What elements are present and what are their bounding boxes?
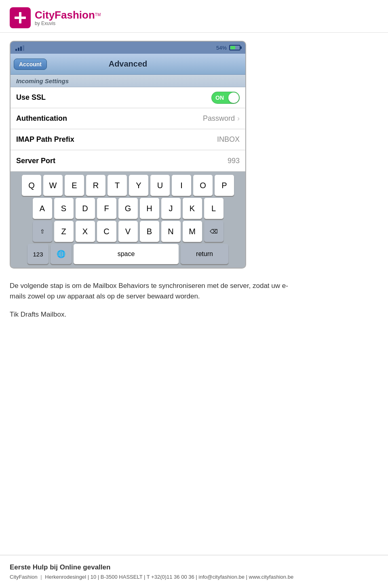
signal-bar-2 (18, 48, 19, 51)
settings-list: Use SSL ON Authentication Password › IMA… (11, 87, 245, 172)
footer-info: CityFashion | Herkenrodesingel | 10 | B-… (10, 574, 378, 580)
page-footer: Eerste Hulp bij Online gevallen CityFash… (0, 555, 388, 588)
battery-fill (230, 46, 235, 49)
use-ssl-label: Use SSL (16, 93, 46, 102)
toggle-knob (228, 92, 239, 103)
key-y[interactable]: Y (129, 175, 148, 196)
logo-text: CityFashionTM by Exuvis (35, 9, 101, 27)
keyboard-row-3: ⇧ Z X C V B N M ⌫ (12, 221, 244, 242)
authentication-value-text: Password (203, 114, 235, 123)
key-l[interactable]: L (204, 198, 224, 219)
key-s[interactable]: S (54, 198, 74, 219)
key-b[interactable]: B (140, 221, 159, 242)
nav-bar: Account Advanced (11, 54, 245, 75)
signal-bar-1 (15, 49, 17, 51)
toggle-on-label: ON (215, 94, 224, 101)
globe-key[interactable]: 🌐 (51, 244, 72, 264)
key-i[interactable]: I (172, 175, 191, 196)
footer-separator: | (40, 574, 42, 580)
authentication-value: Password › (203, 114, 240, 123)
key-g[interactable]: G (118, 198, 138, 219)
key-u[interactable]: U (150, 175, 170, 196)
key-z[interactable]: Z (54, 221, 74, 242)
footer-address: Herkenrodesingel | 10 | B-3500 HASSELT |… (45, 574, 293, 580)
key-t[interactable]: T (108, 175, 127, 196)
key-f[interactable]: F (97, 198, 116, 219)
imap-prefix-value: INBOX (217, 135, 240, 144)
key-k[interactable]: K (183, 198, 202, 219)
key-d[interactable]: D (76, 198, 95, 219)
shift-key[interactable]: ⇧ (33, 221, 52, 242)
table-row[interactable]: Use SSL ON (11, 87, 245, 108)
key-h[interactable]: H (140, 198, 159, 219)
drafts-text: Tik Drafts Mailbox. (10, 309, 66, 320)
nav-title: Advanced (109, 59, 148, 69)
return-key[interactable]: return (181, 244, 228, 264)
status-bar: 54% (11, 42, 245, 54)
key-o[interactable]: O (193, 175, 213, 196)
imap-prefix-value-text: INBOX (217, 135, 240, 144)
body-paragraph: De volgende stap is om de Mailbox Behavi… (10, 281, 293, 301)
imap-prefix-label: IMAP Path Prefix (16, 135, 74, 144)
logo-tm: TM (95, 12, 101, 17)
key-e[interactable]: E (65, 175, 84, 196)
key-p[interactable]: P (215, 175, 234, 196)
iphone-mockup: 54% Account Advanced Incoming Settings U… (10, 41, 246, 269)
signal-bars (15, 44, 24, 51)
logo-name: CityFashion (35, 9, 95, 21)
svg-rect-1 (15, 17, 26, 19)
keyboard-row-4: 123 🌐 space return (12, 244, 244, 264)
footer-company: CityFashion (10, 574, 38, 580)
key-n[interactable]: N (161, 221, 181, 242)
server-port-value: 993 (228, 157, 240, 165)
key-a[interactable]: A (33, 198, 52, 219)
key-c[interactable]: C (97, 221, 116, 242)
key-m[interactable]: M (183, 221, 202, 242)
keyboard-row-2: A S D F G H J K L (12, 198, 244, 219)
key-j[interactable]: J (161, 198, 181, 219)
table-row[interactable]: IMAP Path Prefix INBOX (11, 129, 245, 150)
key-q[interactable]: Q (22, 175, 41, 196)
battery-icon (229, 45, 240, 50)
server-port-value-text: 993 (228, 157, 240, 165)
delete-key[interactable]: ⌫ (204, 221, 224, 242)
settings-section-header: Incoming Settings (11, 75, 245, 87)
number-key[interactable]: 123 (27, 244, 48, 264)
signal-bar-4 (23, 45, 24, 51)
space-key[interactable]: space (74, 244, 179, 264)
nav-back-button[interactable]: Account (14, 59, 47, 70)
logo-sub: by Exuvis (35, 21, 101, 26)
logo-container: CityFashionTM by Exuvis (10, 7, 378, 28)
signal-bar-3 (20, 46, 22, 51)
page-header: CityFashionTM by Exuvis (0, 0, 388, 33)
key-r[interactable]: R (86, 175, 105, 196)
key-v[interactable]: V (118, 221, 138, 242)
key-x[interactable]: X (76, 221, 95, 242)
table-row[interactable]: Authentication Password › (11, 108, 245, 129)
logo-icon (10, 7, 31, 28)
ssl-toggle[interactable]: ON (211, 92, 240, 104)
footer-title: Eerste Hulp bij Online gevallen (10, 563, 378, 571)
key-w[interactable]: W (43, 175, 63, 196)
chevron-icon: › (237, 114, 240, 123)
battery-percent: 54% (216, 45, 227, 51)
authentication-label: Authentication (16, 114, 67, 123)
battery-container: 54% (216, 45, 240, 51)
keyboard: Q W E R T Y U I O P A S D F G H J K (11, 172, 245, 268)
server-port-label: Server Port (16, 157, 55, 165)
keyboard-row-1: Q W E R T Y U I O P (12, 175, 244, 196)
main-content: 54% Account Advanced Incoming Settings U… (0, 33, 388, 344)
table-row[interactable]: Server Port 993 (11, 150, 245, 171)
